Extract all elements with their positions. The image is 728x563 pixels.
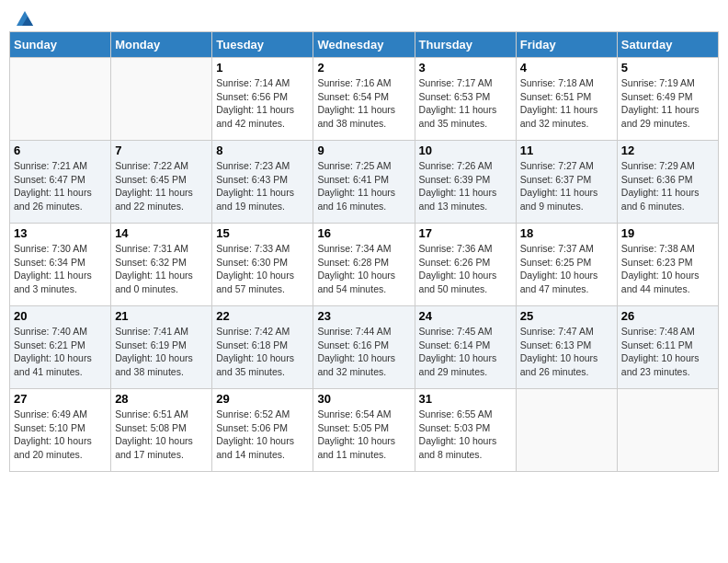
day-number: 12 (621, 144, 714, 157)
calendar-week-row: 1Sunrise: 7:14 AMSunset: 6:56 PMDaylight… (10, 58, 719, 141)
calendar-cell: 8Sunrise: 7:23 AMSunset: 6:43 PMDaylight… (212, 141, 313, 224)
day-number: 30 (317, 392, 410, 406)
day-info: Sunrise: 7:23 AMSunset: 6:43 PMDaylight:… (216, 159, 309, 213)
day-number: 23 (317, 309, 410, 323)
day-number: 17 (419, 226, 512, 240)
day-info: Sunrise: 7:26 AMSunset: 6:39 PMDaylight:… (419, 159, 512, 213)
calendar: SundayMondayTuesdayWednesdayThursdayFrid… (9, 31, 719, 472)
calendar-week-row: 20Sunrise: 7:40 AMSunset: 6:21 PMDayligh… (10, 306, 719, 389)
calendar-cell: 9Sunrise: 7:25 AMSunset: 6:41 PMDaylight… (313, 141, 415, 224)
calendar-cell: 14Sunrise: 7:31 AMSunset: 6:32 PMDayligh… (111, 224, 212, 306)
calendar-header-row: SundayMondayTuesdayWednesdayThursdayFrid… (10, 32, 719, 58)
calendar-cell: 5Sunrise: 7:19 AMSunset: 6:49 PMDaylight… (617, 58, 718, 141)
calendar-cell: 11Sunrise: 7:27 AMSunset: 6:37 PMDayligh… (516, 141, 617, 224)
calendar-cell: 20Sunrise: 7:40 AMSunset: 6:21 PMDayligh… (10, 306, 111, 389)
day-number: 21 (115, 309, 208, 323)
day-number: 20 (14, 309, 107, 323)
day-number: 31 (419, 392, 512, 406)
day-info: Sunrise: 7:16 AMSunset: 6:54 PMDaylight:… (317, 76, 410, 131)
day-number: 14 (115, 226, 208, 240)
day-header-wednesday: Wednesday (313, 32, 415, 58)
day-header-saturday: Saturday (617, 32, 718, 58)
day-info: Sunrise: 7:34 AMSunset: 6:28 PMDaylight:… (317, 242, 410, 296)
calendar-cell (617, 389, 718, 472)
calendar-cell: 18Sunrise: 7:37 AMSunset: 6:25 PMDayligh… (516, 224, 617, 306)
day-header-sunday: Sunday (10, 32, 111, 58)
day-info: Sunrise: 7:14 AMSunset: 6:56 PMDaylight:… (216, 76, 309, 131)
calendar-cell: 21Sunrise: 7:41 AMSunset: 6:19 PMDayligh… (111, 306, 212, 389)
calendar-cell: 17Sunrise: 7:36 AMSunset: 6:26 PMDayligh… (415, 224, 516, 306)
day-number: 1 (216, 61, 309, 75)
day-number: 25 (520, 309, 613, 323)
day-info: Sunrise: 7:48 AMSunset: 6:11 PMDaylight:… (621, 325, 714, 379)
day-number: 22 (216, 309, 309, 323)
day-number: 29 (216, 392, 309, 406)
day-number: 16 (317, 226, 410, 240)
day-info: Sunrise: 7:27 AMSunset: 6:37 PMDaylight:… (520, 159, 613, 213)
day-info: Sunrise: 7:17 AMSunset: 6:53 PMDaylight:… (419, 76, 512, 131)
calendar-cell: 23Sunrise: 7:44 AMSunset: 6:16 PMDayligh… (313, 306, 415, 389)
calendar-cell: 28Sunrise: 6:51 AMSunset: 5:08 PMDayligh… (111, 389, 212, 472)
calendar-cell: 4Sunrise: 7:18 AMSunset: 6:51 PMDaylight… (516, 58, 617, 141)
calendar-cell (10, 58, 111, 141)
day-number: 11 (520, 144, 613, 157)
calendar-cell: 22Sunrise: 7:42 AMSunset: 6:18 PMDayligh… (212, 306, 313, 389)
calendar-cell: 29Sunrise: 6:52 AMSunset: 5:06 PMDayligh… (212, 389, 313, 472)
day-info: Sunrise: 6:52 AMSunset: 5:06 PMDaylight:… (216, 408, 309, 462)
day-info: Sunrise: 6:54 AMSunset: 5:05 PMDaylight:… (317, 408, 410, 462)
day-info: Sunrise: 7:45 AMSunset: 6:14 PMDaylight:… (419, 325, 512, 379)
calendar-cell: 26Sunrise: 7:48 AMSunset: 6:11 PMDayligh… (617, 306, 718, 389)
calendar-cell: 27Sunrise: 6:49 AMSunset: 5:10 PMDayligh… (10, 389, 111, 472)
calendar-cell: 3Sunrise: 7:17 AMSunset: 6:53 PMDaylight… (415, 58, 516, 141)
day-number: 7 (115, 144, 208, 157)
logo (13, 9, 37, 26)
calendar-cell: 1Sunrise: 7:14 AMSunset: 6:56 PMDaylight… (212, 58, 313, 141)
day-info: Sunrise: 7:22 AMSunset: 6:45 PMDaylight:… (115, 159, 208, 213)
day-info: Sunrise: 7:31 AMSunset: 6:32 PMDaylight:… (115, 242, 208, 296)
calendar-week-row: 27Sunrise: 6:49 AMSunset: 5:10 PMDayligh… (10, 389, 719, 472)
calendar-cell: 15Sunrise: 7:33 AMSunset: 6:30 PMDayligh… (212, 224, 313, 306)
calendar-cell: 25Sunrise: 7:47 AMSunset: 6:13 PMDayligh… (516, 306, 617, 389)
day-number: 10 (419, 144, 512, 157)
day-info: Sunrise: 6:51 AMSunset: 5:08 PMDaylight:… (115, 408, 208, 462)
day-info: Sunrise: 7:30 AMSunset: 6:34 PMDaylight:… (14, 242, 107, 296)
calendar-cell: 31Sunrise: 6:55 AMSunset: 5:03 PMDayligh… (415, 389, 516, 472)
day-info: Sunrise: 7:18 AMSunset: 6:51 PMDaylight:… (520, 76, 613, 131)
day-info: Sunrise: 7:36 AMSunset: 6:26 PMDaylight:… (419, 242, 512, 296)
calendar-cell: 30Sunrise: 6:54 AMSunset: 5:05 PMDayligh… (313, 389, 415, 472)
day-number: 27 (14, 392, 107, 406)
day-number: 2 (317, 61, 410, 75)
calendar-cell: 19Sunrise: 7:38 AMSunset: 6:23 PMDayligh… (617, 224, 718, 306)
day-info: Sunrise: 7:21 AMSunset: 6:47 PMDaylight:… (14, 159, 107, 213)
day-number: 15 (216, 226, 309, 240)
day-info: Sunrise: 7:25 AMSunset: 6:41 PMDaylight:… (317, 159, 410, 213)
day-info: Sunrise: 6:55 AMSunset: 5:03 PMDaylight:… (419, 408, 512, 462)
day-number: 18 (520, 226, 613, 240)
page-header (9, 9, 719, 26)
calendar-cell: 10Sunrise: 7:26 AMSunset: 6:39 PMDayligh… (415, 141, 516, 224)
day-info: Sunrise: 7:41 AMSunset: 6:19 PMDaylight:… (115, 325, 208, 379)
calendar-cell: 16Sunrise: 7:34 AMSunset: 6:28 PMDayligh… (313, 224, 415, 306)
day-info: Sunrise: 7:42 AMSunset: 6:18 PMDaylight:… (216, 325, 309, 379)
day-info: Sunrise: 7:33 AMSunset: 6:30 PMDaylight:… (216, 242, 309, 296)
day-number: 26 (621, 309, 714, 323)
day-header-monday: Monday (111, 32, 212, 58)
day-info: Sunrise: 7:19 AMSunset: 6:49 PMDaylight:… (621, 76, 714, 131)
day-number: 4 (520, 61, 613, 75)
day-info: Sunrise: 7:38 AMSunset: 6:23 PMDaylight:… (621, 242, 714, 296)
day-header-thursday: Thursday (415, 32, 516, 58)
day-info: Sunrise: 6:49 AMSunset: 5:10 PMDaylight:… (14, 408, 107, 462)
day-info: Sunrise: 7:37 AMSunset: 6:25 PMDaylight:… (520, 242, 613, 296)
day-number: 13 (14, 226, 107, 240)
day-info: Sunrise: 7:40 AMSunset: 6:21 PMDaylight:… (14, 325, 107, 379)
calendar-cell: 12Sunrise: 7:29 AMSunset: 6:36 PMDayligh… (617, 141, 718, 224)
calendar-cell: 7Sunrise: 7:22 AMSunset: 6:45 PMDaylight… (111, 141, 212, 224)
calendar-cell: 6Sunrise: 7:21 AMSunset: 6:47 PMDaylight… (10, 141, 111, 224)
calendar-week-row: 6Sunrise: 7:21 AMSunset: 6:47 PMDaylight… (10, 141, 719, 224)
day-info: Sunrise: 7:47 AMSunset: 6:13 PMDaylight:… (520, 325, 613, 379)
day-number: 6 (14, 144, 107, 157)
logo-icon (15, 9, 35, 29)
day-info: Sunrise: 7:29 AMSunset: 6:36 PMDaylight:… (621, 159, 714, 213)
day-header-tuesday: Tuesday (212, 32, 313, 58)
calendar-cell: 2Sunrise: 7:16 AMSunset: 6:54 PMDaylight… (313, 58, 415, 141)
